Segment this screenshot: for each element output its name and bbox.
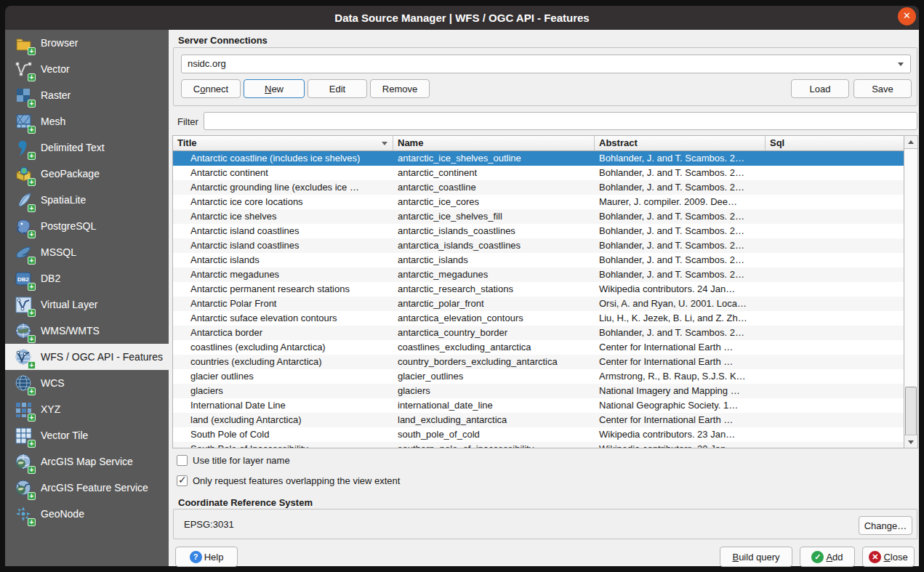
column-header-title[interactable]: Title — [173, 136, 393, 150]
table-row[interactable]: Antarctic ice shelvesantarctic_ice_shelv… — [173, 209, 904, 224]
table-row[interactable]: Antarctic continentantarctic_continentBo… — [173, 166, 904, 180]
build-query-button[interactable]: Build query — [720, 547, 792, 567]
table-row[interactable]: coastlines (excluding Antarctica)coastli… — [173, 340, 904, 355]
table-row[interactable]: Antarctic permanent research stationsant… — [173, 282, 904, 297]
sidebar-item-label: ArcGIS Map Service — [41, 456, 133, 467]
cell-name: glaciers — [393, 384, 595, 398]
cell-title: Antarctic coastline (includes ice shelve… — [173, 151, 393, 166]
table-row[interactable]: Antarctica borderantarctica_country_bord… — [173, 326, 904, 340]
table-row[interactable]: countries (excluding Antarctica)country_… — [173, 355, 904, 369]
sidebar-item-wcs[interactable]: +WCS — [5, 370, 169, 396]
save-button[interactable]: Save — [853, 79, 912, 98]
column-header-name[interactable]: Name — [393, 136, 595, 150]
postgresql-icon: + — [15, 217, 33, 235]
window-close-button[interactable]: ✕ — [898, 7, 916, 25]
crs-change-button[interactable]: Change… — [859, 516, 912, 535]
table-row[interactable]: land (excluding Antarctica)land_excludin… — [173, 413, 904, 427]
scrollbar-thumb[interactable] — [905, 387, 917, 436]
sidebar-item-db2[interactable]: DB2+DB2 — [5, 265, 169, 291]
wms-icon: + — [15, 322, 33, 340]
close-button[interactable]: ✕Close — [862, 547, 915, 567]
scroll-up-icon[interactable] — [904, 136, 917, 149]
sidebar-item-raster[interactable]: +Raster — [5, 82, 169, 108]
help-button[interactable]: ?Help — [175, 547, 238, 567]
table-vertical-scrollbar[interactable] — [904, 136, 917, 448]
remove-button[interactable]: Remove — [370, 79, 430, 98]
new-button[interactable]: New — [244, 79, 305, 98]
geopackage-icon: + — [15, 165, 33, 183]
sidebar-item-browser[interactable]: +Browser — [5, 30, 169, 56]
cell-abstract: Center for International Earth … — [595, 340, 766, 355]
load-button[interactable]: Load — [791, 79, 849, 98]
use-title-checkbox-row[interactable]: Use title for layer name — [177, 455, 290, 466]
table-row[interactable]: glaciersglaciersNational Imagery and Map… — [173, 384, 904, 398]
sidebar-item-wfs-ogc-api-features[interactable]: +WFS / OGC API - Features — [5, 344, 169, 370]
cell-title: Antarctica border — [173, 326, 393, 340]
cell-abstract: National Imagery and Mapping … — [595, 384, 766, 398]
arcgis-feature-icon: + — [15, 479, 33, 497]
cell-sql — [766, 326, 904, 340]
sidebar-item-virtual-layer[interactable]: +Virtual Layer — [5, 291, 169, 318]
cell-sql — [766, 209, 904, 224]
cell-name: antarctic_islands — [393, 253, 595, 267]
close-icon: ✕ — [869, 551, 881, 563]
sidebar-item-label: SpatiaLite — [41, 194, 86, 206]
sidebar-item-mesh[interactable]: +Mesh — [5, 108, 169, 134]
cell-name: antarctic_megadunes — [393, 267, 595, 282]
connection-select[interactable]: nsidc.org — [181, 55, 911, 73]
connect-button[interactable]: Connect — [181, 79, 241, 98]
table-row[interactable]: Antarctic islandsantarctic_islandsBohlan… — [173, 253, 904, 267]
cell-name: antarctic_ice_shelves_fill — [393, 209, 595, 224]
sidebar-item-vector[interactable]: +Vector — [5, 56, 169, 82]
add-button[interactable]: ✓Add — [800, 547, 855, 567]
raster-icon: + — [15, 86, 33, 105]
table-row[interactable]: glacier outlinesglacier_outlinesArmstron… — [173, 369, 904, 384]
arcgis-map-icon: + — [15, 453, 33, 471]
sidebar-item-xyz[interactable]: +XYZ — [5, 396, 169, 422]
scroll-down-icon[interactable] — [904, 435, 917, 448]
sidebar-item-delimited-text[interactable]: +Delimited Text — [5, 134, 169, 161]
filter-input[interactable] — [204, 112, 917, 130]
sidebar-item-mssql[interactable]: +MSSQL — [5, 239, 169, 265]
cell-name: coastlines_excluding_antarctica — [393, 340, 595, 355]
table-row[interactable]: Antarctic suface elevation contoursantar… — [173, 311, 904, 326]
data-source-manager-window: Data Source Manager | WFS / OGC API - Fe… — [0, 0, 924, 572]
table-row[interactable]: Antarctic coastline (includes ice shelve… — [173, 151, 904, 166]
connection-value: nsidc.org — [188, 58, 226, 69]
titlebar[interactable]: Data Source Manager | WFS / OGC API - Fe… — [5, 6, 919, 30]
column-header-abstract[interactable]: Abstract — [595, 136, 766, 150]
table-row[interactable]: Antarctic island coastlinesantarctica_is… — [173, 238, 904, 253]
cell-title: Antarctic suface elevation contours — [173, 311, 393, 326]
table-row[interactable]: South Pole of Inaccessibilitysouthern_po… — [173, 442, 904, 448]
sidebar-item-label: DB2 — [41, 273, 60, 284]
cell-title: Antarctic continent — [173, 166, 393, 180]
table-row[interactable]: South Pole of Coldsouth_pole_of_coldWiki… — [173, 427, 904, 442]
sidebar-item-label: Vector — [41, 63, 70, 75]
sidebar-item-arcgis-map-service[interactable]: +ArcGIS Map Service — [5, 448, 169, 475]
sidebar-item-arcgis-feature-service[interactable]: +ArcGIS Feature Service — [5, 475, 169, 501]
cell-sql — [766, 224, 904, 238]
sidebar-item-vector-tile[interactable]: +Vector Tile — [5, 422, 169, 448]
only-overlapping-checkbox[interactable]: ✓ — [177, 475, 188, 486]
table-row[interactable]: Antarctic grounding line (excludes ice …… — [173, 180, 904, 195]
window-title: Data Source Manager | WFS / OGC API - Fe… — [5, 6, 919, 30]
table-row[interactable]: Antarctic Polar Frontantarctic_polar_fro… — [173, 297, 904, 311]
use-title-checkbox[interactable] — [177, 455, 188, 466]
sidebar-item-geonode[interactable]: +GeoNode — [5, 501, 169, 527]
sidebar-item-geopackage[interactable]: +GeoPackage — [5, 161, 169, 187]
column-header-sql[interactable]: Sql — [766, 136, 904, 150]
dialog-body: +Browser+Vector+Raster+Mesh+Delimited Te… — [5, 30, 919, 566]
sidebar-item-postgresql[interactable]: +PostgreSQL — [5, 213, 169, 239]
cell-title: glaciers — [173, 384, 393, 398]
chevron-down-icon — [898, 63, 904, 66]
edit-button[interactable]: Edit — [308, 79, 367, 98]
table-row[interactable]: Antarctic ice core locationsantarctic_ic… — [173, 195, 904, 209]
only-overlapping-checkbox-row[interactable]: ✓ Only request features overlapping the … — [177, 475, 400, 486]
table-row[interactable]: International Date Lineinternational_dat… — [173, 398, 904, 413]
sidebar-item-wms-wmts[interactable]: +WMS/WMTS — [5, 318, 169, 344]
table-header: Title Name Abstract Sql — [173, 136, 917, 151]
table-row[interactable]: Antarctic island coastlinesantarctic_isl… — [173, 224, 904, 238]
sidebar-item-spatialite[interactable]: +SpatiaLite — [5, 187, 169, 213]
sidebar-item-label: WFS / OGC API - Features — [41, 351, 163, 363]
table-row[interactable]: Antarctic megadunesantarctic_megadunesBo… — [173, 267, 904, 282]
